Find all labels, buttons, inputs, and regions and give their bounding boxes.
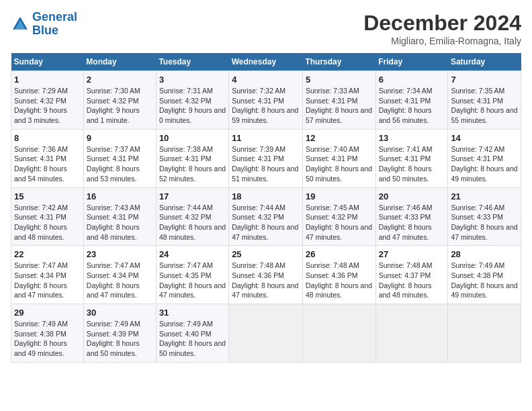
day-number: 21	[451, 191, 518, 201]
cell-content: Sunrise: 7:47 AMSunset: 4:34 PMDaylight:…	[87, 261, 140, 299]
cell-content: Sunrise: 7:42 AMSunset: 4:31 PMDaylight:…	[14, 203, 68, 241]
day-number: 3	[159, 75, 226, 85]
day-number: 8	[14, 133, 81, 143]
cell-content: Sunrise: 7:44 AMSunset: 4:32 PMDaylight:…	[159, 203, 226, 241]
day-number: 25	[232, 249, 300, 259]
calendar-table: SundayMondayTuesdayWednesdayThursdayFrid…	[11, 53, 521, 363]
calendar-cell: 29Sunrise: 7:49 AMSunset: 4:38 PMDayligh…	[11, 304, 84, 363]
calendar-cell	[448, 304, 521, 363]
cell-content: Sunrise: 7:49 AMSunset: 4:38 PMDaylight:…	[451, 261, 517, 299]
header-row: SundayMondayTuesdayWednesdayThursdayFrid…	[11, 53, 521, 71]
calendar-cell: 22Sunrise: 7:47 AMSunset: 4:34 PMDayligh…	[11, 246, 84, 304]
day-number: 12	[306, 133, 373, 143]
day-number: 29	[14, 308, 81, 318]
day-number: 19	[306, 191, 373, 201]
cell-content: Sunrise: 7:39 AMSunset: 4:31 PMDaylight:…	[232, 145, 298, 183]
cell-content: Sunrise: 7:34 AMSunset: 4:31 PMDaylight:…	[379, 87, 433, 124]
calendar-cell: 9Sunrise: 7:37 AMSunset: 4:31 PMDaylight…	[83, 129, 156, 187]
week-row-4: 22Sunrise: 7:47 AMSunset: 4:34 PMDayligh…	[11, 246, 521, 304]
calendar-cell: 31Sunrise: 7:49 AMSunset: 4:40 PMDayligh…	[156, 304, 228, 363]
day-number: 13	[379, 133, 445, 143]
cell-content: Sunrise: 7:46 AMSunset: 4:33 PMDaylight:…	[379, 203, 433, 241]
day-number: 26	[306, 249, 373, 259]
day-number: 16	[87, 191, 153, 201]
cell-content: Sunrise: 7:37 AMSunset: 4:31 PMDaylight:…	[87, 145, 140, 183]
calendar-cell: 1Sunrise: 7:29 AMSunset: 4:32 PMDaylight…	[11, 71, 84, 130]
calendar-cell: 7Sunrise: 7:35 AMSunset: 4:31 PMDaylight…	[448, 71, 521, 130]
col-header-friday: Friday	[375, 53, 448, 71]
calendar-cell: 6Sunrise: 7:34 AMSunset: 4:31 PMDaylight…	[375, 71, 448, 130]
calendar-cell: 18Sunrise: 7:44 AMSunset: 4:32 PMDayligh…	[229, 187, 303, 246]
calendar-cell: 10Sunrise: 7:38 AMSunset: 4:31 PMDayligh…	[156, 129, 228, 187]
cell-content: Sunrise: 7:36 AMSunset: 4:31 PMDaylight:…	[14, 145, 68, 183]
cell-content: Sunrise: 7:47 AMSunset: 4:35 PMDaylight:…	[159, 261, 226, 299]
calendar-cell: 24Sunrise: 7:47 AMSunset: 4:35 PMDayligh…	[156, 246, 228, 304]
cell-content: Sunrise: 7:29 AMSunset: 4:32 PMDaylight:…	[14, 87, 68, 124]
logo-icon	[11, 15, 30, 34]
day-number: 14	[451, 133, 518, 143]
day-number: 2	[87, 75, 153, 85]
col-header-sunday: Sunday	[11, 53, 84, 71]
calendar-cell: 16Sunrise: 7:43 AMSunset: 4:31 PMDayligh…	[83, 187, 156, 246]
day-number: 17	[159, 191, 226, 201]
calendar-cell: 25Sunrise: 7:48 AMSunset: 4:36 PMDayligh…	[229, 246, 303, 304]
calendar-cell	[302, 304, 375, 363]
week-row-2: 8Sunrise: 7:36 AMSunset: 4:31 PMDaylight…	[11, 129, 521, 187]
calendar-cell: 28Sunrise: 7:49 AMSunset: 4:38 PMDayligh…	[448, 246, 521, 304]
cell-content: Sunrise: 7:30 AMSunset: 4:32 PMDaylight:…	[87, 87, 140, 124]
week-row-3: 15Sunrise: 7:42 AMSunset: 4:31 PMDayligh…	[11, 187, 521, 246]
day-number: 7	[451, 75, 518, 85]
calendar-cell: 3Sunrise: 7:31 AMSunset: 4:32 PMDaylight…	[156, 71, 228, 130]
day-number: 22	[14, 249, 81, 259]
day-number: 4	[232, 75, 300, 85]
day-number: 28	[451, 249, 518, 259]
cell-content: Sunrise: 7:32 AMSunset: 4:31 PMDaylight:…	[232, 87, 298, 124]
day-number: 27	[379, 249, 445, 259]
cell-content: Sunrise: 7:31 AMSunset: 4:32 PMDaylight:…	[159, 87, 226, 124]
title-block: December 2024 Migliaro, Emilia-Romagna, …	[363, 11, 521, 46]
day-number: 18	[232, 191, 300, 201]
cell-content: Sunrise: 7:46 AMSunset: 4:33 PMDaylight:…	[451, 203, 517, 241]
calendar-cell: 15Sunrise: 7:42 AMSunset: 4:31 PMDayligh…	[11, 187, 84, 246]
cell-content: Sunrise: 7:47 AMSunset: 4:34 PMDaylight:…	[14, 261, 68, 299]
calendar-cell: 12Sunrise: 7:40 AMSunset: 4:31 PMDayligh…	[302, 129, 375, 187]
calendar-cell: 4Sunrise: 7:32 AMSunset: 4:31 PMDaylight…	[229, 71, 303, 130]
calendar-cell: 19Sunrise: 7:45 AMSunset: 4:32 PMDayligh…	[302, 187, 375, 246]
day-number: 23	[87, 249, 153, 259]
location-subtitle: Migliaro, Emilia-Romagna, Italy	[363, 36, 521, 46]
logo-text: General Blue	[32, 11, 77, 38]
day-number: 1	[14, 75, 81, 85]
day-number: 24	[159, 249, 226, 259]
calendar-cell: 14Sunrise: 7:42 AMSunset: 4:31 PMDayligh…	[448, 129, 521, 187]
day-number: 31	[159, 308, 226, 318]
cell-content: Sunrise: 7:38 AMSunset: 4:31 PMDaylight:…	[159, 145, 226, 183]
col-header-thursday: Thursday	[302, 53, 375, 71]
cell-content: Sunrise: 7:48 AMSunset: 4:36 PMDaylight:…	[232, 261, 298, 299]
day-number: 11	[232, 133, 300, 143]
logo: General Blue	[11, 11, 77, 38]
calendar-cell: 5Sunrise: 7:33 AMSunset: 4:31 PMDaylight…	[302, 71, 375, 130]
calendar-cell	[375, 304, 448, 363]
calendar-cell: 8Sunrise: 7:36 AMSunset: 4:31 PMDaylight…	[11, 129, 84, 187]
cell-content: Sunrise: 7:35 AMSunset: 4:31 PMDaylight:…	[451, 87, 517, 124]
cell-content: Sunrise: 7:44 AMSunset: 4:32 PMDaylight:…	[232, 203, 298, 241]
col-header-tuesday: Tuesday	[156, 53, 228, 71]
calendar-cell: 17Sunrise: 7:44 AMSunset: 4:32 PMDayligh…	[156, 187, 228, 246]
col-header-saturday: Saturday	[448, 53, 521, 71]
calendar-cell: 11Sunrise: 7:39 AMSunset: 4:31 PMDayligh…	[229, 129, 303, 187]
cell-content: Sunrise: 7:49 AMSunset: 4:40 PMDaylight:…	[159, 320, 226, 357]
calendar-cell	[229, 304, 303, 363]
calendar-cell: 21Sunrise: 7:46 AMSunset: 4:33 PMDayligh…	[448, 187, 521, 246]
calendar-cell: 30Sunrise: 7:49 AMSunset: 4:39 PMDayligh…	[83, 304, 156, 363]
cell-content: Sunrise: 7:48 AMSunset: 4:36 PMDaylight:…	[306, 261, 372, 299]
cell-content: Sunrise: 7:43 AMSunset: 4:31 PMDaylight:…	[87, 203, 140, 241]
day-number: 20	[379, 191, 445, 201]
day-number: 10	[159, 133, 226, 143]
day-number: 5	[306, 75, 373, 85]
day-number: 15	[14, 191, 81, 201]
month-title: December 2024	[363, 11, 521, 36]
calendar-cell: 20Sunrise: 7:46 AMSunset: 4:33 PMDayligh…	[375, 187, 448, 246]
calendar-cell: 26Sunrise: 7:48 AMSunset: 4:36 PMDayligh…	[302, 246, 375, 304]
cell-content: Sunrise: 7:40 AMSunset: 4:31 PMDaylight:…	[306, 145, 372, 183]
week-row-5: 29Sunrise: 7:49 AMSunset: 4:38 PMDayligh…	[11, 304, 521, 363]
